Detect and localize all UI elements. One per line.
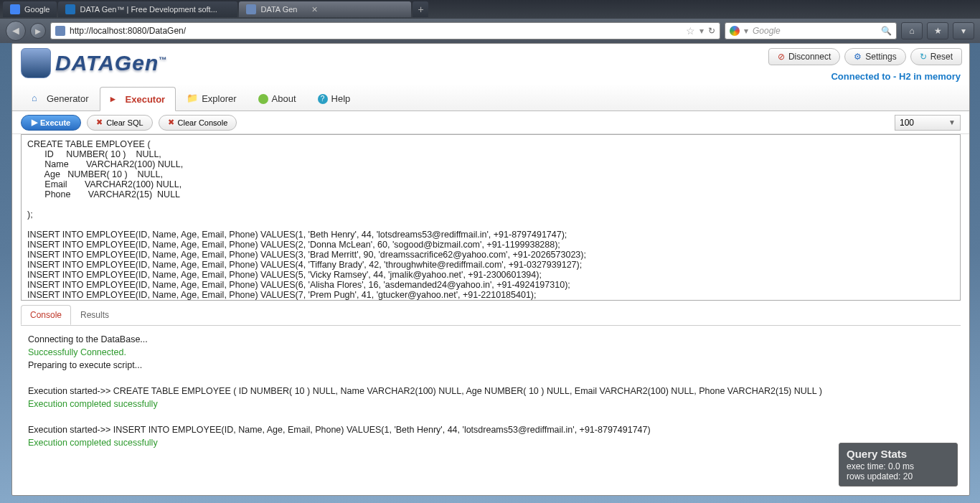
console-line: Connecting to the DataBase... [28,333,953,346]
back-button[interactable]: ◄ [6,21,26,41]
search-icon[interactable]: 🔍 [881,26,892,36]
search-input[interactable]: ▾ Google 🔍 [725,22,897,39]
app-frame: DATAGen™ ⊘Disconnect ⚙Settings ↻Reset Co… [11,43,970,496]
tab-label: DATA Gen™ | Free Development soft... [80,5,217,14]
query-stats-box: Query Stats exec time: 0.0 ms rows updat… [839,443,958,486]
console-line: Execution completed sucessfully [28,398,953,410]
clear-icon: ✖ [96,118,103,127]
tab-explorer[interactable]: 📁Explorer [176,86,247,111]
clear-console-button[interactable]: ✖Clear Console [159,115,237,131]
execute-button[interactable]: ▶Execute [21,115,81,131]
console-line [28,410,953,423]
reset-icon: ↻ [920,52,927,62]
disconnect-button[interactable]: ⊘Disconnect [768,48,840,65]
executor-icon: ▸ [110,93,122,105]
address-bar: ◄ ► http://localhost:8080/DataGen/ ☆ ▾ ↻… [0,19,980,43]
app-header: DATAGen™ ⊘Disconnect ⚙Settings ↻Reset Co… [12,44,969,84]
browser-tab-sf[interactable]: DATA Gen™ | Free Development soft... [58,1,237,17]
search-placeholder: Google [753,26,781,36]
lower-tabs: Console Results [21,305,969,325]
stats-title: Query Stats [847,448,950,460]
tab-label: DATA Gen [260,5,297,14]
console-line: Execution started->> CREATE TABLE EMPLOY… [28,385,953,398]
logo-icon [21,48,51,78]
browser-tab-google[interactable]: Google [3,1,57,17]
console-line: Successfully Connected. [28,346,953,359]
clear-sql-button[interactable]: ✖Clear SQL [87,115,152,131]
forward-button[interactable]: ► [30,23,46,39]
clear-icon: ✖ [168,118,174,127]
reload-icon[interactable]: ↻ [708,26,715,36]
tab-executor[interactable]: ▸Executor [100,87,176,111]
folder-icon: 📁 [187,93,198,104]
chevron-down-icon: ▼ [948,118,956,126]
gear-icon: ⚙ [854,52,862,62]
help-icon: ? [318,94,328,104]
console-line [28,372,953,385]
logo-text: DATAGen [55,51,159,75]
bookmarks-button[interactable]: ★ [927,22,948,39]
home-button[interactable]: ⌂ [901,22,923,39]
console-line: Execution completed sucessfully [28,436,953,449]
tab-results[interactable]: Results [71,305,118,325]
home-icon: ⌂ [32,93,43,104]
url-text: http://localhost:8080/DataGen/ [70,26,682,36]
tab-about[interactable]: About [248,87,307,111]
connection-status: Connected to - H2 in memory [831,71,961,82]
menu-button[interactable]: ▾ [953,22,974,39]
browser-tab-strip: Google DATA Gen™ | Free Development soft… [0,0,980,19]
stats-exec-time: exec time: 0.0 ms [847,461,950,471]
tab-label: Google [24,5,50,14]
tab-generator[interactable]: ⌂Generator [21,86,100,111]
main-tabs: ⌂Generator ▸Executor 📁Explorer About ?He… [12,84,969,111]
tab-help[interactable]: ?Help [307,87,362,111]
url-input[interactable]: http://localhost:8080/DataGen/ ☆ ▾ ↻ [50,22,720,39]
google-favicon [10,4,20,14]
console-line: Preparing to execute script... [28,359,953,372]
new-tab-button[interactable]: + [413,1,428,17]
executor-toolbar: ▶Execute ✖Clear SQL ✖Clear Console 100▼ [12,111,969,134]
tab-console[interactable]: Console [21,305,71,325]
console-line: Execution started->> INSERT INTO EMPLOYE… [28,423,953,436]
bookmark-star-icon[interactable]: ☆ [686,25,695,37]
tm: ™ [159,55,167,64]
sql-textarea[interactable]: CREATE TABLE EMPLOYEE ( ID NUMBER( 10 ) … [21,134,961,301]
browser-tab-active[interactable]: DATA Gen × [239,1,411,17]
google-icon [730,26,740,36]
settings-button[interactable]: ⚙Settings [844,48,905,65]
site-favicon [55,26,65,36]
close-icon[interactable]: × [311,4,317,15]
top-right-buttons: ⊘Disconnect ⚙Settings ↻Reset [768,48,962,65]
run-icon: ▶ [32,118,37,127]
reset-button[interactable]: ↻Reset [910,48,962,65]
datagen-favicon [246,4,256,14]
limit-dropdown[interactable]: 100▼ [895,115,961,131]
about-icon [258,94,268,104]
stats-rows: rows updated: 20 [847,471,950,481]
console-output[interactable]: Connecting to the DataBase...Successfull… [21,325,961,466]
disconnect-icon: ⊘ [778,52,785,62]
sf-favicon [65,4,75,14]
